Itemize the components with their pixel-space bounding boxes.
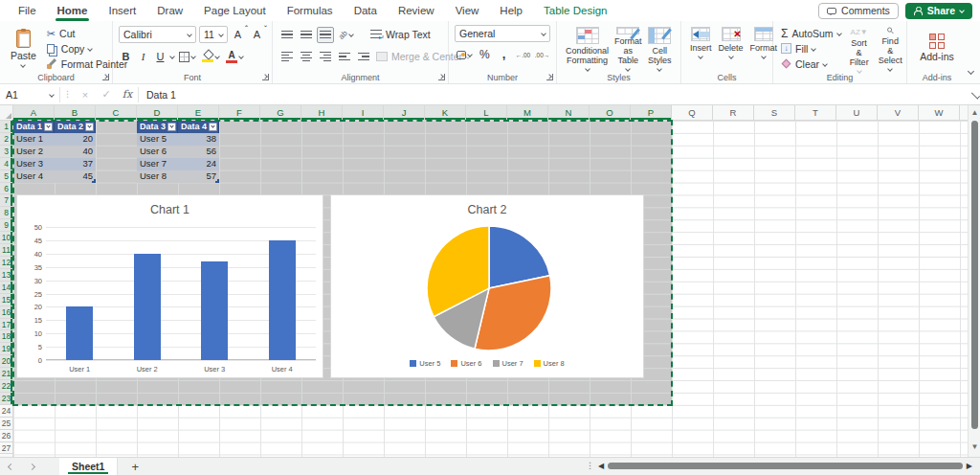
ribbon-collapse-chevron-icon[interactable] [968, 68, 974, 75]
cell-user-6[interactable]: User 6 [137, 146, 178, 158]
cell-value-user-8[interactable]: 57 [178, 170, 219, 183]
row-header-27[interactable]: 27 [0, 442, 12, 455]
underline-chevron-icon[interactable] [169, 54, 175, 59]
align-top-button[interactable] [278, 27, 295, 43]
column-header-W[interactable]: W [919, 105, 960, 120]
delete-cells-button[interactable]: ✕ Delete [716, 25, 746, 71]
cell-value-user-4[interactable]: 45 [55, 170, 96, 183]
row-header-5[interactable]: 5 [0, 170, 12, 183]
comma-style-button[interactable]: , [496, 47, 512, 63]
column-header-S[interactable]: S [754, 105, 795, 120]
find-select-button[interactable]: Find & Select [876, 25, 905, 71]
column-header-D[interactable]: D [137, 105, 178, 120]
fill-button[interactable]: ↓ Fill [779, 41, 843, 56]
italic-button[interactable]: I [136, 49, 150, 65]
orientation-button[interactable]: ab [337, 27, 355, 43]
scrollbar-resize-handle[interactable]: ⋮ [586, 460, 594, 472]
prev-sheet-button[interactable] [0, 458, 21, 475]
column-header-B[interactable]: B [55, 105, 96, 120]
column-header-O[interactable]: O [590, 105, 631, 120]
cancel-button[interactable]: × [75, 89, 96, 101]
table-resize-handle[interactable] [215, 179, 219, 183]
horizontal-scroll-thumb[interactable] [608, 463, 963, 469]
table-resize-handle[interactable] [92, 179, 96, 183]
menu-tab-draw[interactable]: Draw [146, 0, 193, 21]
row-header-16[interactable]: 16 [0, 306, 12, 319]
accounting-format-button[interactable] [455, 47, 474, 63]
font-dialog-launcher[interactable] [262, 74, 269, 80]
borders-button[interactable] [177, 49, 197, 65]
column-header-F[interactable]: F [219, 105, 260, 120]
autosum-button[interactable]: Σ AutoSum [779, 26, 843, 40]
align-middle-button[interactable] [298, 27, 314, 43]
select-all-button[interactable] [0, 105, 13, 121]
vertical-scroll-thumb[interactable] [971, 121, 978, 429]
row-header-7[interactable]: 7 [0, 194, 12, 207]
increase-font-button[interactable]: A [231, 27, 247, 43]
alignment-dialog-launcher[interactable] [438, 74, 445, 80]
row-header-24[interactable]: 24 [0, 405, 12, 418]
row-header-15[interactable]: 15 [0, 294, 12, 306]
row-header-8[interactable]: 8 [0, 207, 12, 219]
decrease-indent-button[interactable] [336, 49, 352, 65]
percent-style-button[interactable]: % [477, 47, 493, 63]
column-header-Q[interactable]: Q [672, 105, 713, 120]
filter-button-data-2[interactable] [85, 123, 94, 131]
row-header-4[interactable]: 4 [0, 158, 12, 170]
column-header-K[interactable]: K [425, 105, 466, 120]
column-header-T[interactable]: T [795, 105, 836, 120]
font-size-select[interactable]: 11 [199, 26, 228, 43]
cell-styles-button[interactable]: Cell Styles [645, 25, 675, 71]
row-header-18[interactable]: 18 [0, 330, 12, 343]
number-dialog-launcher[interactable] [546, 74, 553, 80]
row-header-17[interactable]: 17 [0, 319, 12, 331]
column-header-V[interactable]: V [878, 105, 919, 120]
cell-value-user-2[interactable]: 40 [55, 146, 96, 158]
bold-button[interactable]: B [119, 49, 133, 65]
row-header-21[interactable]: 21 [0, 368, 12, 380]
font-family-select[interactable]: Calibri [119, 26, 196, 43]
filter-button-data-4[interactable] [209, 123, 217, 131]
chart-2[interactable]: Chart 2 User 5User 6User 7User 8 [330, 194, 644, 378]
font-color-button[interactable]: A [224, 49, 245, 65]
align-center-button[interactable] [298, 49, 314, 65]
filter-button-data-1[interactable] [44, 123, 53, 131]
column-header-G[interactable]: G [260, 105, 301, 120]
menu-tab-page-layout[interactable]: Page Layout [193, 0, 277, 21]
cell-value-user-6[interactable]: 56 [178, 146, 219, 158]
number-format-select[interactable]: General [455, 25, 550, 42]
row-header-3[interactable]: 3 [0, 146, 12, 158]
clipboard-dialog-launcher[interactable] [102, 74, 109, 80]
cell-user-3[interactable]: User 3 [13, 158, 55, 170]
menu-tab-review[interactable]: Review [388, 0, 445, 21]
vertical-scrollbar[interactable]: ▲ ▼ [968, 105, 980, 457]
column-header-R[interactable]: R [713, 105, 754, 120]
row-header-14[interactable]: 14 [0, 282, 12, 294]
menu-tab-help[interactable]: Help [489, 0, 533, 21]
insert-cells-button[interactable]: Insert [687, 25, 715, 71]
cell-user-7[interactable]: User 7 [137, 158, 178, 170]
cell-user-1[interactable]: User 1 [13, 133, 55, 146]
column-header-P[interactable]: P [631, 105, 672, 120]
row-header-22[interactable]: 22 [0, 380, 12, 393]
next-sheet-button[interactable] [21, 458, 42, 475]
increase-decimal-button[interactable]: ←.00 [515, 47, 531, 63]
comments-button[interactable]: Comments [818, 3, 899, 19]
column-header-A[interactable]: A [13, 105, 55, 120]
name-box[interactable]: A1 [0, 84, 59, 104]
decrease-decimal-button[interactable]: .00→ [534, 47, 550, 63]
row-header-25[interactable]: 25 [0, 418, 12, 430]
row-header-12[interactable]: 12 [0, 257, 12, 269]
menu-tab-insert[interactable]: Insert [98, 0, 146, 21]
column-header-U[interactable]: U [836, 105, 878, 120]
filter-button-data-3[interactable] [167, 123, 176, 131]
row-header-13[interactable]: 13 [0, 269, 12, 282]
row-header-10[interactable]: 10 [0, 232, 12, 244]
underline-button[interactable]: U [153, 49, 167, 65]
insert-function-button[interactable]: fx [117, 88, 138, 101]
formula-content[interactable]: Data 1 [139, 89, 971, 101]
row-header-1[interactable]: 1 [0, 121, 12, 133]
cell-value-user-1[interactable]: 20 [55, 133, 96, 146]
increase-indent-button[interactable] [355, 49, 371, 65]
menu-tab-file[interactable]: File [8, 0, 47, 21]
